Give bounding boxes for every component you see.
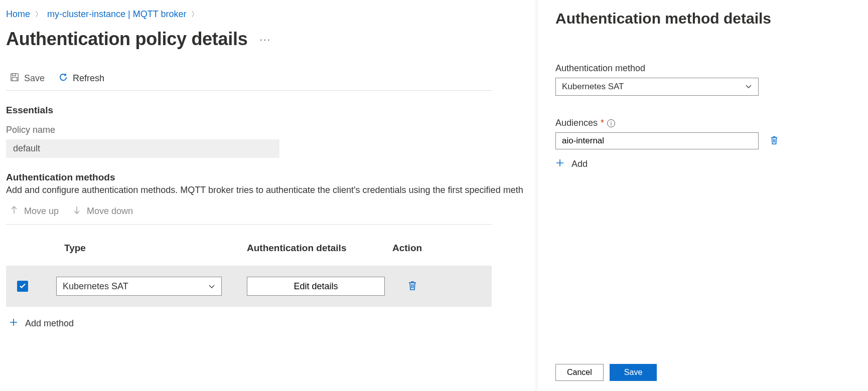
delete-row-button[interactable] (407, 285, 417, 293)
chevron-right-icon: 〉 (191, 10, 198, 19)
table-row: Kubernetes SAT Edit details (6, 266, 492, 307)
page-title: Authentication policy details (6, 29, 247, 50)
add-audience-button[interactable]: Add (555, 158, 848, 170)
move-down-label: Move down (87, 206, 133, 217)
type-select-value: Kubernetes SAT (63, 281, 128, 292)
add-audience-label: Add (571, 159, 588, 169)
chevron-down-icon (745, 82, 752, 92)
policy-name-value: default (6, 139, 279, 158)
method-label: Authentication method (555, 63, 848, 74)
refresh-icon (59, 73, 68, 84)
policy-name-label: Policy name (6, 125, 537, 135)
check-icon (19, 282, 26, 291)
panel-title: Authentication method details (555, 10, 848, 27)
essentials-heading: Essentials (6, 105, 537, 116)
refresh-label: Refresh (73, 73, 104, 84)
plus-icon (555, 158, 564, 170)
cancel-button[interactable]: Cancel (555, 364, 604, 381)
breadcrumb: Home 〉 my-cluster-instance | MQTT broker… (6, 9, 537, 20)
breadcrumb-cluster[interactable]: my-cluster-instance | MQTT broker (47, 9, 186, 20)
move-up-button[interactable]: Move up (10, 206, 59, 217)
add-method-button[interactable]: Add method (6, 318, 537, 329)
command-bar: Save Refresh (6, 70, 492, 91)
add-method-label: Add method (25, 318, 74, 329)
delete-audience-button[interactable] (770, 135, 779, 147)
svg-rect-1 (13, 74, 16, 76)
info-icon[interactable]: i (607, 119, 615, 127)
required-asterisk: * (601, 118, 604, 128)
arrow-up-icon (10, 206, 18, 217)
method-select-value: Kubernetes SAT (562, 82, 624, 92)
save-icon (10, 73, 19, 84)
col-action: Action (392, 243, 492, 254)
save-label: Save (24, 73, 45, 84)
svg-rect-2 (12, 78, 17, 81)
save-button[interactable]: Save (10, 73, 45, 84)
arrow-down-icon (73, 206, 81, 217)
plus-icon (9, 318, 18, 329)
method-select[interactable]: Kubernetes SAT (555, 78, 759, 96)
auth-methods-heading: Authentication methods (6, 172, 537, 183)
breadcrumb-home[interactable]: Home (6, 9, 30, 20)
type-select[interactable]: Kubernetes SAT (56, 277, 222, 296)
move-down-button[interactable]: Move down (73, 206, 133, 217)
trash-icon (770, 139, 779, 147)
col-type: Type (56, 243, 247, 254)
auth-methods-description: Add and configure authentication methods… (6, 185, 537, 196)
audience-input[interactable] (555, 132, 759, 149)
edit-details-button[interactable]: Edit details (247, 277, 385, 296)
chevron-down-icon (208, 281, 215, 292)
row-checkbox[interactable] (17, 281, 28, 292)
save-button[interactable]: Save (610, 364, 657, 381)
move-up-label: Move up (24, 206, 59, 217)
audiences-label: Audiences (555, 118, 598, 128)
col-details: Authentication details (247, 243, 392, 254)
more-actions-icon[interactable]: ··· (259, 34, 271, 45)
details-panel: Authentication method details Authentica… (537, 0, 868, 391)
trash-icon (407, 285, 417, 293)
refresh-button[interactable]: Refresh (59, 73, 104, 84)
chevron-right-icon: 〉 (35, 10, 42, 19)
